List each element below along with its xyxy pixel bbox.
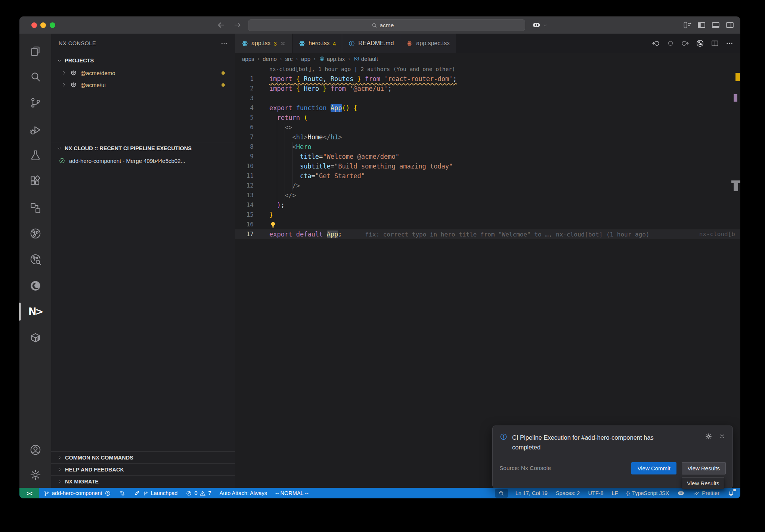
toggle-secondary-sidebar-icon[interactable] xyxy=(725,21,734,30)
code-text: <h1>Home</h1> xyxy=(269,132,342,142)
code-line-10[interactable]: 10 subtitle="Build something amazing tod… xyxy=(235,161,740,171)
activity-item-containers[interactable] xyxy=(19,329,51,347)
more-actions-icon[interactable] xyxy=(725,39,734,47)
copilot-status-item[interactable] xyxy=(676,489,685,497)
remote-indicator[interactable]: >< xyxy=(19,488,39,498)
breadcrumb-item-apps[interactable]: apps xyxy=(242,56,254,62)
command-center-search[interactable] xyxy=(248,19,525,31)
code-line-14[interactable]: 14 ); xyxy=(235,200,740,210)
graph-search-icon xyxy=(29,253,42,266)
chevron-right-icon xyxy=(56,479,62,485)
split-editor-icon[interactable] xyxy=(711,39,719,47)
eol-item[interactable]: LF xyxy=(611,490,619,496)
code-line-7[interactable]: 7 <h1>Home</h1> xyxy=(235,132,740,142)
chevron-down-icon xyxy=(56,145,62,151)
activity-item-source-control[interactable] xyxy=(19,94,51,112)
code-line-13[interactable]: 13 </> xyxy=(235,191,740,200)
activity-item-references[interactable] xyxy=(19,199,51,217)
section-projects[interactable]: PROJECTS xyxy=(51,55,235,66)
blame-edge-text: nx-cloud[b xyxy=(699,229,735,239)
zoom-window-button[interactable] xyxy=(50,22,55,28)
code-line-16[interactable]: 16 xyxy=(235,220,740,229)
chevron-right-icon xyxy=(61,82,67,88)
section-label: NX CLOUD :: RECENT CI PIPELINE EXECUTION… xyxy=(65,145,192,151)
project-item-acme-ui[interactable]: @acme/ui xyxy=(51,79,235,91)
activity-item-search[interactable] xyxy=(19,68,51,86)
view-commit-button[interactable]: View Commit xyxy=(631,462,676,474)
customize-layout-icon[interactable] xyxy=(683,21,692,30)
close-window-button[interactable] xyxy=(31,22,37,28)
tab-hero.tsx[interactable]: hero.tsx4 xyxy=(292,34,342,53)
section-nx-cloud[interactable]: NX CLOUD :: RECENT CI PIPELINE EXECUTION… xyxy=(51,142,235,154)
nav-forward-circle-icon[interactable] xyxy=(681,39,689,47)
close-icon[interactable] xyxy=(280,40,286,47)
zoom-indicator[interactable] xyxy=(495,489,508,498)
search-input[interactable] xyxy=(380,22,402,29)
active-indicator xyxy=(19,303,21,321)
tab-app.tsx[interactable]: app.tsx3 xyxy=(235,34,292,53)
code-line-2[interactable]: 2import { Hero } from '@acme/ui'; xyxy=(235,84,740,93)
section-nx-migrate[interactable]: NX MIGRATE xyxy=(51,475,235,487)
section-common-nx-commands[interactable]: COMMON NX COMMANDS xyxy=(51,451,235,463)
tab-app.spec.tsx[interactable]: app.spec.tsx xyxy=(400,34,456,53)
code-line-9[interactable]: 9 title="Welcome @acme/demo" xyxy=(235,152,740,161)
activity-item-nx-console[interactable]: N> xyxy=(19,303,51,321)
section-help-and-feedback[interactable]: HELP AND FEEDBACK xyxy=(51,463,235,475)
breadcrumb-item-app.tsx[interactable]: app.tsx xyxy=(319,56,345,62)
activity-item-graph-search[interactable] xyxy=(19,250,51,268)
code-line-11[interactable]: 11 cta="Get Started" xyxy=(235,171,740,181)
chevron-down-icon[interactable] xyxy=(543,23,548,28)
nav-circle-icon[interactable] xyxy=(666,39,675,47)
language-mode-item[interactable]: {} TypeScript JSX xyxy=(625,490,670,496)
cursor-position-item[interactable]: Ln 17, Col 19 xyxy=(515,490,548,496)
code-line-17[interactable]: 17export default App;fix: correct typo i… xyxy=(235,229,740,239)
activity-item-explorer[interactable] xyxy=(19,43,51,61)
code-line-6[interactable]: 6 <> xyxy=(235,123,740,132)
activity-item-run-debug[interactable] xyxy=(19,121,51,139)
tab-README.md[interactable]: README.md xyxy=(342,34,400,53)
pipeline-execution-item[interactable]: add-hero-component - Merge 409b44e5cb02.… xyxy=(51,155,235,167)
compare-changes-item[interactable] xyxy=(118,490,126,497)
code-line-15[interactable]: 15} xyxy=(235,210,740,220)
warning-count: 7 xyxy=(208,490,211,496)
problems-item[interactable]: 0 7 xyxy=(185,490,212,497)
indentation-item[interactable]: Spaces: 2 xyxy=(555,490,581,496)
more-actions-icon[interactable] xyxy=(220,40,228,47)
code-line-8[interactable]: 8 <Hero xyxy=(235,142,740,152)
code-line-4[interactable]: 4export function App() { xyxy=(235,103,740,113)
git-branch-item[interactable]: add-hero-component xyxy=(43,490,112,497)
notifications-item[interactable] xyxy=(727,490,735,497)
auto-attach-item[interactable]: Auto Attach: Always xyxy=(219,490,268,496)
encoding-item[interactable]: UTF-8 xyxy=(587,490,604,496)
navigate-forward-icon[interactable] xyxy=(233,21,242,30)
modified-dot xyxy=(222,71,225,75)
navigate-back-icon[interactable] xyxy=(217,21,226,30)
minimize-window-button[interactable] xyxy=(40,22,46,28)
activity-item-edge-browser[interactable] xyxy=(19,277,51,295)
breadcrumb-item-src[interactable]: src xyxy=(285,56,292,62)
activity-item-extensions[interactable] xyxy=(19,173,51,191)
launchpad-item[interactable]: Launchpad xyxy=(133,490,179,497)
breadcrumb-item-demo[interactable]: demo xyxy=(263,56,277,62)
copilot-icon[interactable] xyxy=(532,21,541,30)
breadcrumb-item-default[interactable]: default xyxy=(353,56,378,62)
code-line-5[interactable]: 5 return ( xyxy=(235,113,740,123)
toggle-primary-sidebar-icon[interactable] xyxy=(697,21,706,30)
close-icon[interactable] xyxy=(718,433,726,440)
view-results-button[interactable]: View Results xyxy=(682,462,726,474)
activity-item-settings[interactable] xyxy=(19,466,51,484)
nx-graph-icon[interactable] xyxy=(696,39,704,48)
activity-item-testing[interactable] xyxy=(19,146,51,164)
activity-item-project-graph[interactable] xyxy=(19,225,51,242)
nav-back-circle-icon[interactable] xyxy=(652,39,660,47)
formatter-item[interactable]: Prettier xyxy=(692,490,720,497)
toggle-panel-icon[interactable] xyxy=(711,21,720,30)
code-line-12[interactable]: 12 /> xyxy=(235,181,740,191)
breadcrumb-item-app[interactable]: app xyxy=(301,56,310,62)
activity-item-accounts[interactable] xyxy=(19,441,51,459)
vim-mode-item[interactable]: -- NORMAL -- xyxy=(275,490,309,496)
code-line-1[interactable]: 1import { Route, Routes } from 'react-ro… xyxy=(235,74,740,84)
notification-settings-icon[interactable] xyxy=(705,433,712,440)
code-line-3[interactable]: 3 xyxy=(235,93,740,103)
project-item-acme-demo[interactable]: @acme/demo xyxy=(51,67,235,79)
